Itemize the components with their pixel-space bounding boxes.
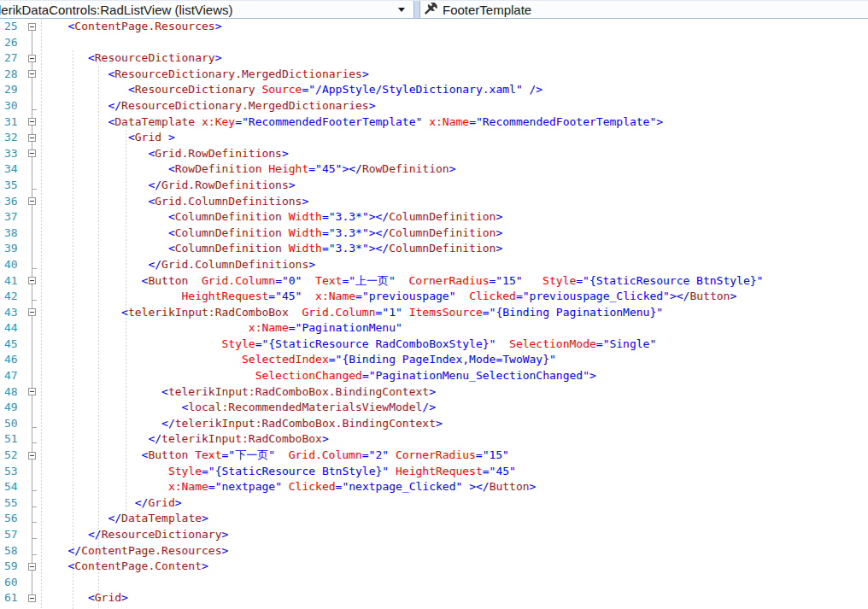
line-number: 30 (0, 98, 26, 114)
fold-toggle-icon[interactable] (28, 308, 36, 316)
fold-column (26, 384, 48, 401)
code-text: <Grid.ColumnDefinitions> (48, 194, 308, 210)
line-number: 39 (0, 241, 26, 257)
code-text: </ResourceDictionary> (48, 527, 228, 543)
fold-toggle-icon[interactable] (28, 55, 36, 62)
fold-column (26, 146, 48, 162)
code-text: </Grid.RowDefinitions> (48, 178, 296, 194)
code-line: 40 </Grid.ColumnDefinitions> (0, 257, 868, 273)
fold-column (26, 368, 48, 384)
fold-toggle-icon[interactable] (28, 563, 36, 571)
fold-end-tick (32, 442, 37, 443)
code-lines: 25 <ContentPage.Resources>2627 <Resource… (0, 19, 868, 606)
code-text: <DataTemplate x:Key="RecommendedFooterTe… (48, 114, 663, 131)
code-line: 61 <Grid> (0, 590, 868, 606)
fold-end-tick (32, 300, 37, 301)
code-text: <Grid > (48, 130, 175, 146)
code-line: 42 HeightRequest="45" x:Name="previouspa… (0, 289, 868, 305)
fold-end-tick (32, 507, 37, 507)
line-number: 57 (0, 527, 26, 543)
code-line: 52 <Button Text="下一页" Grid.Column="2" Co… (0, 448, 868, 464)
code-line: 27 <ResourceDictionary> (0, 50, 868, 67)
code-text: <ResourceDictionary> (48, 50, 222, 67)
fold-toggle-icon[interactable] (28, 149, 36, 157)
code-line: 30 </ResourceDictionary.MergedDictionari… (0, 98, 868, 114)
code-line: 34 <RowDefinition Height="45"></RowDefin… (0, 161, 868, 178)
member-dropdown-label: FooterTemplate (443, 3, 531, 17)
code-line: 59 <ContentPage.Content> (0, 559, 868, 575)
code-line: 54 x:Name="nextpage" Clicked="nextpage_C… (0, 479, 868, 495)
code-text: SelectionChanged="PaginationMenu_Selecti… (48, 368, 596, 384)
element-dropdown[interactable]: lerikDataControls:RadListView (listViews… (0, 1, 414, 18)
code-line: 53 Style="{StaticResource BtnStyle}" Hei… (0, 464, 868, 480)
fold-toggle-icon[interactable] (28, 197, 36, 205)
code-line: 35 </Grid.RowDefinitions> (0, 178, 868, 194)
fold-column (26, 337, 48, 353)
line-number: 32 (0, 130, 26, 146)
fold-column (26, 352, 48, 368)
line-number: 42 (0, 289, 26, 305)
fold-column (26, 543, 48, 559)
code-text: <telerikInput:RadComboBox.BindingContext… (48, 384, 436, 401)
code-line: 46 SelectedIndex="{Binding PageIndex,Mod… (0, 352, 868, 368)
fold-column (26, 98, 48, 114)
fold-toggle-icon[interactable] (28, 70, 36, 78)
fold-end-tick (32, 554, 37, 555)
fold-end-tick (32, 109, 37, 110)
fold-toggle-icon[interactable] (28, 452, 36, 460)
chevron-down-icon[interactable] (398, 8, 405, 12)
navbar-divider (414, 1, 420, 18)
code-line: 39 <ColumnDefinition Width="3.3*"></Colu… (0, 241, 868, 257)
fold-end-tick (32, 522, 37, 523)
code-text: x:Name="PaginationMenu" (48, 320, 402, 337)
fold-end-tick (32, 490, 37, 491)
fold-column (26, 273, 48, 290)
code-line: 28 <ResourceDictionary.MergedDictionarie… (0, 67, 868, 83)
fold-column (26, 431, 48, 448)
element-dropdown-label: lerikDataControls:RadListView (listViews… (0, 3, 233, 17)
code-line: 32 <Grid > (0, 130, 868, 146)
line-number: 58 (0, 543, 26, 559)
fold-column (26, 35, 48, 51)
fold-column (26, 559, 48, 575)
code-line: 26 (0, 35, 868, 51)
code-line: 36 <Grid.ColumnDefinitions> (0, 194, 868, 210)
code-line: 58 </ContentPage.Resources> (0, 543, 868, 559)
line-number: 47 (0, 368, 26, 384)
fold-column (26, 464, 48, 480)
fold-column (26, 320, 48, 337)
line-number: 61 (0, 590, 26, 606)
line-number: 25 (0, 19, 26, 35)
member-dropdown[interactable]: FooterTemplate (420, 1, 868, 18)
fold-toggle-icon[interactable] (28, 388, 36, 395)
fold-column (26, 305, 48, 321)
code-text: </Grid> (48, 495, 182, 512)
fold-end-tick (32, 268, 37, 269)
fold-column (26, 194, 48, 210)
line-number: 46 (0, 352, 26, 368)
code-editor[interactable]: 25 <ContentPage.Resources>2627 <Resource… (0, 19, 868, 609)
fold-toggle-icon[interactable] (28, 118, 36, 126)
fold-toggle-icon[interactable] (28, 134, 36, 142)
document-navigation-bar: lerikDataControls:RadListView (listViews… (0, 0, 868, 19)
fold-toggle-icon[interactable] (28, 277, 36, 284)
fold-toggle-icon[interactable] (28, 23, 36, 31)
code-text: <local:RecommendedMaterialsViewModel/> (48, 400, 436, 416)
code-text: <ColumnDefinition Width="3.3*"></ColumnD… (48, 225, 502, 242)
line-number: 33 (0, 146, 26, 162)
line-number: 56 (0, 511, 26, 527)
fold-column (26, 511, 48, 527)
code-text: <ResourceDictionary Source="/AppStyle/St… (48, 82, 542, 98)
code-text: <ContentPage.Resources> (48, 19, 222, 35)
line-number: 54 (0, 479, 26, 495)
fold-toggle-icon[interactable] (28, 594, 36, 602)
line-number: 27 (0, 50, 26, 67)
code-line: 57 </ResourceDictionary> (0, 527, 868, 543)
fold-column (26, 527, 48, 543)
line-number: 29 (0, 82, 26, 98)
code-text: <ColumnDefinition Width="3.3*"></ColumnD… (48, 241, 502, 257)
fold-end-tick (32, 189, 37, 190)
line-number: 51 (0, 431, 26, 448)
code-line: 50 </telerikInput:RadComboBox.BindingCon… (0, 416, 868, 432)
fold-column (26, 130, 48, 146)
